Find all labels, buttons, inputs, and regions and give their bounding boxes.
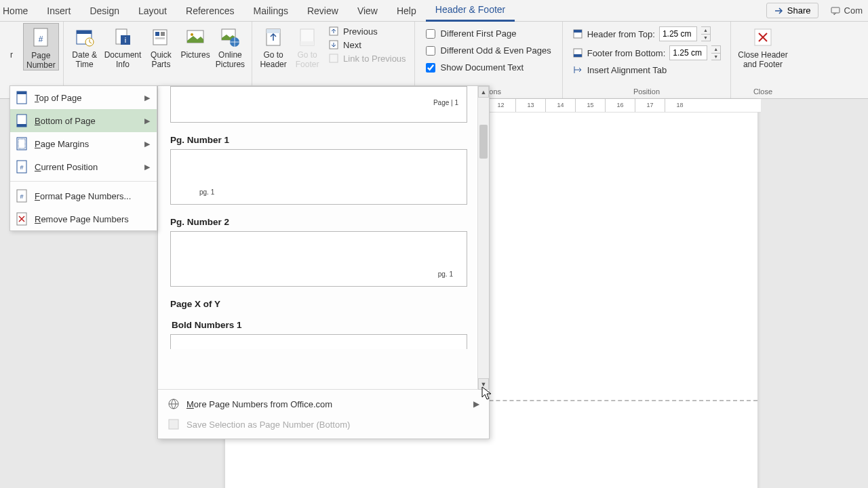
svg-text:#: #	[20, 193, 23, 200]
tab-references[interactable]: References	[176, 0, 244, 22]
svg-rect-18	[267, 29, 280, 33]
document-info-icon: i	[111, 26, 134, 49]
goto-header-button[interactable]: Go to Header	[256, 23, 290, 69]
ruler-tick: 18	[665, 99, 694, 112]
svg-text:#: #	[20, 164, 23, 171]
scroll-up-button[interactable]: ▲	[478, 86, 489, 98]
close-header-footer-button[interactable]: Close Header and Footer	[735, 23, 790, 69]
comments-button[interactable]: Com	[825, 3, 868, 18]
previous-button[interactable]: Previous	[328, 26, 406, 37]
svg-rect-10	[155, 32, 159, 36]
pictures-icon	[184, 26, 207, 49]
ruler-tick: 14	[545, 99, 575, 112]
online-pictures-button[interactable]: Online Pictures	[213, 23, 248, 69]
goto-footer-button[interactable]: Go to Footer	[290, 23, 324, 69]
svg-rect-11	[161, 32, 165, 36]
link-previous-button: Link to Previous	[328, 53, 406, 64]
close-icon	[751, 26, 774, 49]
footer-bottom-icon	[572, 47, 583, 58]
header-button-clipped[interactable]: r	[0, 23, 23, 62]
gallery-item-pg-number-2[interactable]: pg. 1	[170, 231, 467, 287]
more-page-numbers-button[interactable]: More Page Numbers from Office.com ▶	[158, 394, 489, 414]
svg-rect-23	[330, 54, 338, 62]
gallery-item-page-1[interactable]: Page | 1	[170, 86, 467, 123]
tab-help[interactable]: Help	[387, 0, 426, 22]
chevron-right-icon: ▶	[144, 140, 150, 148]
next-icon	[328, 39, 339, 50]
alignment-tab-icon	[572, 64, 583, 75]
chevron-right-icon: ▶	[144, 117, 150, 125]
menu-bottom-of-page[interactable]: Bottom of Page ▶	[10, 109, 157, 132]
quick-parts-button[interactable]: Quick Parts	[144, 23, 178, 69]
menu-top-of-page[interactable]: Top of Page ▶	[10, 86, 157, 109]
tab-home[interactable]: Home	[0, 0, 37, 22]
tab-review[interactable]: Review	[298, 0, 348, 22]
show-document-text-checkbox[interactable]: Show Document Text	[423, 61, 554, 74]
tab-layout[interactable]: Layout	[129, 0, 176, 22]
current-position-icon: #	[16, 160, 28, 174]
scroll-thumb[interactable]	[479, 125, 488, 159]
save-selection-button: Save Selection as Page Number (Bottom)	[158, 414, 489, 434]
different-odd-even-checkbox[interactable]: Different Odd & Even Pages	[423, 44, 554, 57]
svg-rect-27	[574, 54, 582, 57]
globe-icon	[167, 398, 180, 410]
header-top-icon	[572, 28, 583, 39]
online-pictures-icon	[218, 26, 241, 49]
page-margins-icon	[16, 137, 28, 150]
tab-design[interactable]: Design	[80, 0, 129, 22]
next-button[interactable]: Next	[328, 39, 406, 50]
gallery-item-pg-number-1[interactable]: pg. 1	[170, 149, 467, 205]
tab-mailings[interactable]: Mailings	[244, 0, 298, 22]
ruler-tick: 17	[635, 99, 665, 112]
format-icon: #	[16, 189, 28, 203]
tab-header-footer[interactable]: Header & Footer	[426, 0, 515, 22]
svg-text:i: i	[125, 36, 126, 44]
menu-current-position[interactable]: # Current Position ▶	[10, 155, 157, 178]
chevron-right-icon: ▶	[144, 94, 150, 102]
ruler-tick: 12	[486, 99, 515, 112]
scroll-down-button[interactable]: ▼	[478, 378, 489, 390]
gallery-heading-bold-numbers-1: Bold Numbers 1	[159, 313, 477, 334]
menu-page-margins[interactable]: Page Margins ▶	[10, 132, 157, 155]
document-info-button[interactable]: i Document Info	[102, 23, 144, 69]
pictures-button[interactable]: Pictures	[178, 23, 212, 60]
svg-text:#: #	[39, 35, 43, 44]
svg-rect-41	[169, 420, 178, 429]
svg-rect-0	[831, 7, 840, 13]
footer-bottom-input[interactable]	[669, 45, 707, 60]
chevron-right-icon: ▶	[144, 163, 150, 171]
quick-parts-icon	[149, 26, 172, 49]
footer-from-bottom-row: Footer from Bottom: ▲▼	[571, 45, 723, 61]
page-bottom-icon	[16, 114, 28, 127]
gallery-heading-page-x-of-y: Page X of Y	[159, 292, 477, 313]
header-top-input[interactable]	[659, 26, 697, 41]
share-button[interactable]: Share	[766, 3, 818, 18]
header-top-spinner[interactable]: ▲▼	[701, 26, 711, 41]
svg-point-14	[191, 33, 193, 36]
insert-alignment-tab-button[interactable]: Insert Alignment Tab	[571, 64, 723, 76]
gallery-heading-pg-number-1: Pg. Number 1	[159, 128, 477, 149]
group-close-label: Close	[735, 86, 790, 98]
footer-bottom-spinner[interactable]: ▲▼	[711, 45, 721, 60]
gallery-heading-pg-number-2: Pg. Number 2	[159, 210, 477, 231]
share-label: Share	[787, 5, 811, 16]
gallery-item-bold-numbers-1[interactable]	[170, 334, 467, 349]
svg-rect-4	[77, 30, 92, 34]
svg-rect-25	[574, 30, 582, 33]
chevron-right-icon: ▶	[473, 399, 479, 409]
gallery-scrollbar[interactable]: ▲ ▼	[477, 86, 489, 390]
tab-bar: Home Insert Design Layout References Mai…	[0, 0, 868, 22]
tab-insert[interactable]: Insert	[37, 0, 80, 22]
menu-format-page-numbers[interactable]: # Format Page Numbers...	[10, 184, 157, 207]
page-number-gallery: Page | 1 Pg. Number 1 pg. 1 Pg. Number 2…	[157, 85, 490, 439]
page-number-button[interactable]: # Page Number	[23, 23, 59, 70]
menu-remove-page-numbers[interactable]: Remove Page Numbers	[10, 207, 157, 230]
link-icon	[328, 53, 339, 64]
svg-rect-30	[17, 92, 26, 94]
svg-rect-12	[155, 37, 165, 39]
header-from-top-row: Header from Top: ▲▼	[571, 26, 723, 42]
different-first-page-checkbox[interactable]: Different First Page	[423, 27, 554, 40]
remove-icon	[16, 212, 28, 226]
tab-view[interactable]: View	[348, 0, 387, 22]
date-time-button[interactable]: Date & Time	[68, 23, 102, 69]
